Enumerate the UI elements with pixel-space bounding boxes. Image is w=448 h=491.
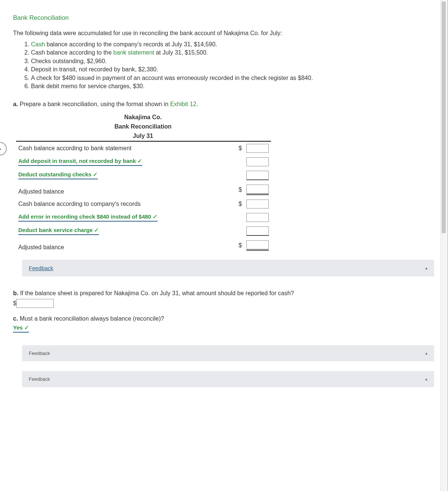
vertical-scrollbar[interactable] xyxy=(441,0,447,491)
check-icon: ✓ xyxy=(24,324,29,331)
exhibit-link[interactable]: Exhibit 12 xyxy=(170,101,196,107)
reconciliation-table: Cash balance according to bank statement… xyxy=(16,141,271,253)
amount-input-adjusted-company[interactable] xyxy=(246,240,269,249)
row-label: Adjusted balance xyxy=(16,182,236,197)
dropdown-outstanding-checks[interactable]: Deduct outstanding checks✓ xyxy=(18,171,98,179)
cash-link[interactable]: Cash xyxy=(31,41,45,47)
amount-input-outstanding[interactable] xyxy=(246,171,269,180)
row-label: Cash balance according to bank statement xyxy=(16,141,236,155)
amount-input-deposit[interactable] xyxy=(246,157,269,166)
list-item: Cash balance according to the bank state… xyxy=(31,49,434,57)
feedback-toggle[interactable]: Feedback ▴ xyxy=(22,345,434,361)
feedback-label: Feedback xyxy=(29,351,50,356)
collapse-up-icon: ▴ xyxy=(425,265,427,271)
row-label: Cash balance according to company's reco… xyxy=(16,197,236,211)
amount-input-service-charge[interactable] xyxy=(246,226,269,235)
feedback-label: Feedback xyxy=(29,376,50,382)
amount-input-adjusted-bank[interactable] xyxy=(246,185,269,194)
collapse-up-icon: ▴ xyxy=(425,351,427,356)
dropdown-deposit-in-transit[interactable]: Add deposit in transit, not recorded by … xyxy=(18,158,142,166)
amount-input-error[interactable] xyxy=(246,213,269,222)
cash-amount-input[interactable] xyxy=(16,299,54,308)
chevron-right-icon: ▸ xyxy=(0,146,1,152)
data-list: Cash balance according to the company's … xyxy=(21,40,434,90)
check-icon: ✓ xyxy=(94,227,99,233)
feedback-toggle[interactable]: Feedback ▴ xyxy=(22,260,434,277)
list-item: Cash balance according to the company's … xyxy=(31,40,434,49)
page-title: Bank Reconciliation xyxy=(13,14,434,22)
check-icon: ✓ xyxy=(93,171,98,177)
reconciliation-header: Nakajima Co. Bank Reconciliation July 31 xyxy=(16,113,434,140)
collapse-up-icon: ▴ xyxy=(425,376,427,382)
part-b-prompt: b. If the balance sheet is prepared for … xyxy=(13,290,434,308)
part-c-prompt: c. Must a bank reconciliation always bal… xyxy=(13,315,434,333)
row-label: Adjusted balance xyxy=(16,238,236,253)
check-icon: ✓ xyxy=(153,213,158,220)
scrollbar-thumb[interactable] xyxy=(442,1,446,233)
amount-input-company-balance[interactable] xyxy=(246,200,269,209)
bank-statement-link[interactable]: bank statement xyxy=(113,49,154,56)
dropdown-yes-no[interactable]: Yes✓ xyxy=(13,324,29,333)
list-item: Deposit in transit, not recorded by bank… xyxy=(31,65,434,74)
check-icon: ✓ xyxy=(137,158,142,164)
feedback-label: Feedback xyxy=(29,265,53,271)
feedback-toggle[interactable]: Feedback ▴ xyxy=(22,371,434,387)
intro-text: The following data were accumulated for … xyxy=(13,30,434,37)
part-a-prompt: a. Prepare a bank reconciliation, using … xyxy=(13,101,434,108)
dropdown-service-charge[interactable]: Deduct bank service charge✓ xyxy=(18,227,99,235)
amount-input-bank-balance[interactable] xyxy=(246,144,269,153)
list-item: Checks outstanding, $2,960. xyxy=(31,57,434,65)
list-item: Bank debit memo for service charges, $30… xyxy=(31,82,434,90)
dropdown-recording-error[interactable]: Add error in recording check $840 instea… xyxy=(18,213,158,222)
list-item: A check for $480 issued in payment of an… xyxy=(31,74,434,82)
nav-forward-button[interactable]: ▸ xyxy=(0,142,7,155)
